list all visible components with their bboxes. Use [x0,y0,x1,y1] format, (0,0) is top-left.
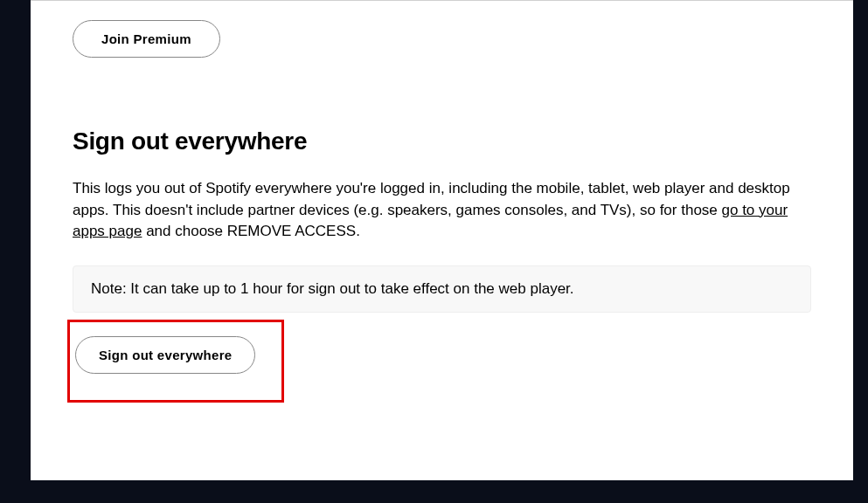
signout-description-text-1: This logs you out of Spotify everywhere … [73,180,790,218]
signout-heading: Sign out everywhere [73,127,811,155]
join-premium-button[interactable]: Join Premium [73,20,220,58]
highlight-annotation: Sign out everywhere [67,320,284,403]
signout-description-text-2: and choose REMOVE ACCESS. [142,223,359,239]
signout-description: This logs you out of Spotify everywhere … [73,178,807,243]
account-settings-panel: Join Premium Sign out everywhere This lo… [31,0,853,480]
signout-note: Note: It can take up to 1 hour for sign … [73,265,811,313]
signout-everywhere-button[interactable]: Sign out everywhere [75,336,255,374]
